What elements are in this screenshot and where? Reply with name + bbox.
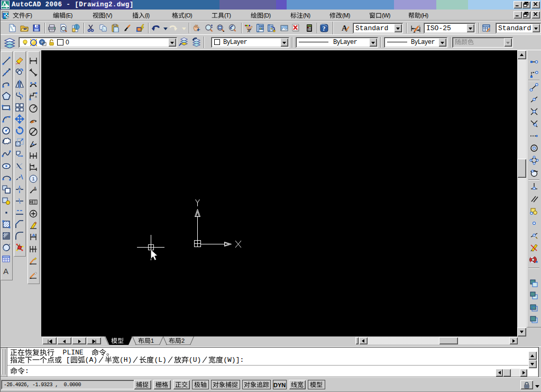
svg-text:A: A: [34, 186, 36, 190]
svg-text:X: X: [35, 95, 37, 98]
svg-text:1: 1: [32, 176, 35, 181]
svg-text:A: A: [247, 29, 250, 32]
svg-text:A: A: [32, 233, 35, 238]
svg-text:A: A: [3, 267, 8, 276]
svg-text:?: ?: [323, 25, 326, 32]
svg-text:Y: Y: [30, 93, 32, 96]
